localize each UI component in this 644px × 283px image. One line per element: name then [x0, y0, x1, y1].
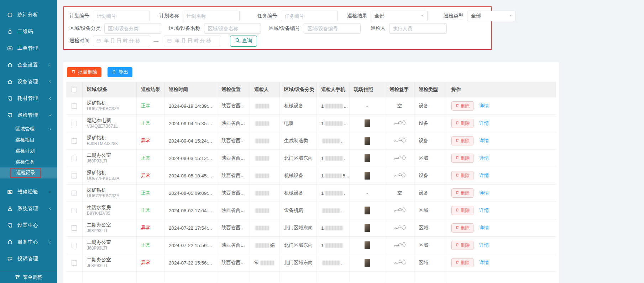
trash-icon — [455, 156, 459, 161]
column-header: 巡检类型 — [414, 82, 447, 97]
sidebar-item-system-management[interactable]: 系统管理 — [0, 200, 57, 217]
inspector-name — [250, 132, 280, 149]
task-number-input[interactable] — [281, 11, 338, 21]
inspection-type-select[interactable]: 全部 — [467, 11, 516, 21]
row-checkbox[interactable] — [72, 225, 77, 231]
device-name: 探矿钻机 — [87, 187, 119, 193]
site-photo-cell: - — [350, 97, 385, 114]
inspector-phone: 15... — [317, 167, 350, 184]
sidebar-item-inspection-tasks[interactable]: 巡检任务 — [0, 156, 57, 167]
area-category-input[interactable] — [104, 23, 161, 34]
chevron-left-icon — [48, 63, 52, 67]
detail-link[interactable]: 详情 — [479, 225, 489, 231]
menu-adjust-button[interactable]: 菜单调整 — [0, 271, 57, 283]
area-number-input[interactable] — [304, 23, 361, 34]
inspection-type: 区域 — [414, 237, 447, 254]
signature-empty-label: 空 — [397, 190, 402, 196]
photo-thumbnail[interactable] — [365, 224, 370, 232]
delete-button[interactable]: 删除 — [451, 241, 473, 250]
signature-cell: 空 — [385, 97, 414, 114]
area-name-input[interactable] — [204, 23, 261, 34]
phone-prefix: 1 — [321, 156, 324, 161]
sidebar-item-qrcode[interactable]: 二维码 — [0, 23, 57, 40]
row-checkbox[interactable] — [72, 208, 77, 213]
phone-suffix: . — [344, 156, 345, 161]
select-all-checkbox[interactable] — [72, 87, 77, 92]
device-name: 二期办公室 — [87, 222, 111, 228]
detail-link[interactable]: 详情 — [479, 155, 489, 161]
row-checkbox[interactable] — [72, 103, 77, 109]
delete-button[interactable]: 删除 — [451, 136, 473, 145]
site-photo-cell — [350, 150, 385, 167]
sidebar-item-consumables[interactable]: 耗材管理 — [0, 90, 57, 107]
export-button[interactable]: 导出 — [108, 67, 132, 77]
result-badge: 异常 — [141, 172, 151, 179]
delete-button[interactable]: 删除 — [451, 188, 473, 198]
detail-link[interactable]: 详情 — [479, 260, 489, 266]
sidebar-item-complaints[interactable]: 投诉管理 — [0, 250, 57, 267]
sidebar-item-inspection-items[interactable]: 巡检项目 — [0, 134, 57, 145]
sidebar-item-equipment[interactable]: 设备管理 — [0, 73, 57, 90]
delete-button[interactable]: 删除 — [451, 171, 473, 180]
detail-link[interactable]: 详情 — [479, 138, 489, 144]
inspection-location: 陕西省西... — [217, 237, 250, 254]
inspection-location: 陕西省西... — [217, 97, 250, 114]
sidebar-item-inspection[interactable]: 巡检管理 — [0, 107, 57, 123]
photo-thumbnail[interactable] — [365, 241, 370, 249]
row-checkbox[interactable] — [72, 243, 77, 248]
delete-button[interactable]: 删除 — [451, 206, 473, 215]
sidebar-item-service-center[interactable]: 服务中心 — [0, 234, 57, 250]
actions-cell: 删除 详情 — [447, 202, 556, 219]
chevron-left-icon — [48, 190, 52, 194]
row-checkbox[interactable] — [72, 173, 77, 178]
detail-link[interactable]: 详情 — [479, 120, 489, 127]
photo-thumbnail[interactable] — [365, 207, 370, 214]
delete-button[interactable]: 删除 — [451, 258, 473, 267]
result-badge: 正常 — [141, 120, 151, 127]
photo-thumbnail[interactable] — [365, 154, 370, 162]
row-checkbox[interactable] — [72, 260, 77, 266]
inspector-input[interactable] — [389, 23, 447, 34]
inspector-phone: . — [317, 132, 350, 149]
start-datetime-input[interactable]: 年-月-日 时:分:秒 — [93, 36, 150, 46]
sidebar-item-inspection-plan[interactable]: 巡检计划 — [0, 145, 57, 156]
date-range-separator: — — [153, 38, 158, 44]
inspection-location: 陕西省西... — [217, 167, 250, 184]
delete-button[interactable]: 删除 — [451, 101, 473, 111]
photo-thumbnail[interactable] — [365, 259, 370, 267]
sidebar-item-enterprise-settings[interactable]: 企业设置 — [0, 57, 57, 73]
row-checkbox[interactable] — [72, 156, 77, 161]
delete-button[interactable]: 删除 — [451, 223, 473, 233]
calendar-icon — [96, 38, 101, 44]
delete-button[interactable]: 删除 — [451, 154, 473, 163]
delete-button[interactable]: 删除 — [451, 119, 473, 128]
detail-link[interactable]: 详情 — [479, 172, 489, 179]
masked-name — [255, 156, 269, 161]
sidebar-item-settings-center[interactable]: 设置中心 — [0, 217, 57, 234]
detail-link[interactable]: 详情 — [479, 242, 489, 249]
sidebar-item-workorder[interactable]: 工单管理 — [0, 40, 57, 57]
sidebar-item-statistics[interactable]: 统计分析 — [0, 6, 57, 23]
sidebar-item-maintenance-experience[interactable]: 维修经验 — [0, 183, 57, 200]
sidebar-item-area-management[interactable]: 区域管理 — [0, 123, 57, 134]
masked-phone — [325, 243, 343, 248]
detail-link[interactable]: 详情 — [479, 103, 489, 109]
row-checkbox[interactable] — [72, 121, 77, 126]
plan-number-input[interactable] — [93, 11, 150, 21]
detail-link[interactable]: 详情 — [479, 190, 489, 196]
plan-name-input[interactable] — [183, 11, 240, 21]
inspection-result-select[interactable]: 全部 — [371, 11, 428, 21]
search-button[interactable]: 查询 — [230, 36, 257, 47]
package-icon — [7, 96, 13, 101]
row-checkbox[interactable] — [72, 138, 77, 144]
inspector-phone: . — [317, 254, 350, 271]
photo-thumbnail[interactable] — [365, 137, 370, 145]
sidebar-item-inspection-records[interactable]: 巡检记录 — [0, 167, 57, 178]
row-checkbox[interactable] — [72, 191, 77, 196]
photo-thumbnail[interactable] — [365, 119, 370, 127]
inspector-phone: 1 — [317, 219, 350, 236]
photo-thumbnail[interactable] — [365, 172, 370, 180]
end-datetime-input[interactable]: 年-月-日 时:分:秒 — [164, 36, 221, 46]
detail-link[interactable]: 详情 — [479, 207, 489, 214]
batch-delete-button[interactable]: 批量删除 — [67, 67, 101, 77]
